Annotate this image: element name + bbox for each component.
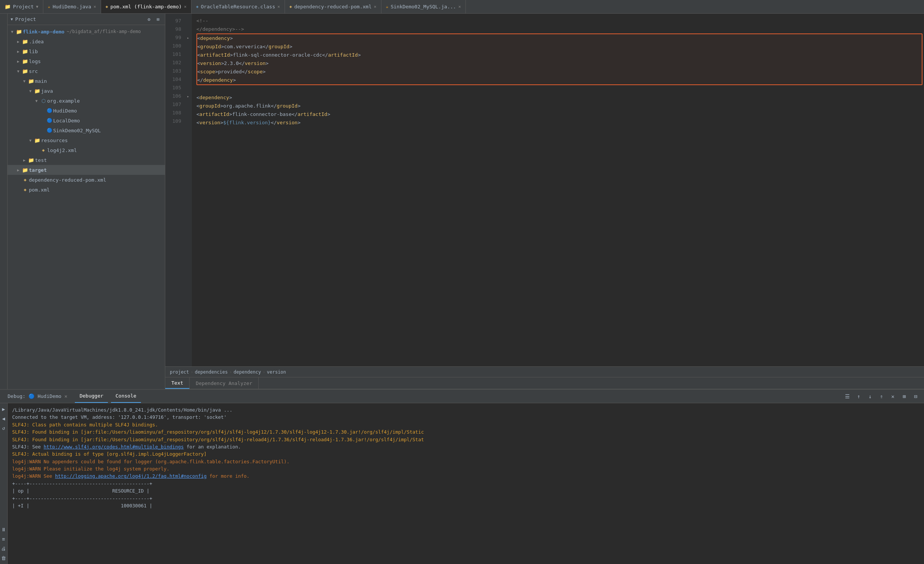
tab-close-hudidemo[interactable]: ✕ — [93, 4, 96, 9]
rail-play[interactable]: ▶ — [2, 406, 5, 412]
code-line-106: <dependency> — [196, 93, 924, 102]
debug-btn-close[interactable]: ✕ — [888, 391, 898, 402]
debug-close[interactable]: ✕ — [65, 393, 68, 399]
debug-btn-up[interactable]: ↑ — [853, 391, 864, 402]
breadcrumb-project[interactable]: project — [170, 369, 189, 375]
hudi-java-icon: 🔵 — [46, 108, 53, 113]
debug-btn-grid[interactable]: ⊞ — [899, 391, 910, 402]
idea-arrow: ▶ — [15, 40, 21, 44]
toolbar-gear[interactable]: ⚙ — [145, 16, 153, 23]
tree-dep-reduced[interactable]: ▶ ◈ dependency-reduced-pom.xml — [8, 175, 165, 185]
gutter-col: ▸ ▸ — [184, 14, 192, 366]
tab-project[interactable]: 📁 Project ▼ — [0, 0, 43, 13]
dep-reduced-icon: ◈ — [21, 177, 29, 182]
tab-close-dep[interactable]: ✕ — [374, 4, 377, 9]
rail-step[interactable]: ≡ — [2, 536, 5, 542]
tab-close-oracle[interactable]: ✕ — [277, 4, 280, 9]
tree-org-example[interactable]: ▼ ⬡ org.example — [8, 96, 165, 106]
tree-pom[interactable]: ▶ ◈ pom.xml — [8, 185, 165, 195]
idea-icon: 📁 — [21, 39, 29, 44]
java-icon-sink: ☕ — [386, 4, 389, 9]
tab-project-arrow: ▼ — [36, 5, 38, 9]
slf4j-link[interactable]: http://www.slf4j.org/codes.html#multiple… — [44, 444, 184, 450]
project-dropdown-icon: ▼ — [11, 17, 13, 21]
main-icon: 📁 — [27, 78, 35, 84]
lib-icon: 📁 — [21, 49, 29, 54]
tab-dep-analyzer[interactable]: Dependency Analyzer — [190, 377, 259, 389]
debug-tab-console[interactable]: Console — [111, 390, 141, 403]
rail-trash[interactable]: 🗑 — [1, 555, 6, 561]
gutter-109 — [184, 117, 192, 125]
gutter-100 — [184, 42, 192, 50]
line-numbers: 97 98 99 100 101 102 103 104 105 106 107… — [165, 14, 184, 366]
debug-btn-down[interactable]: ↓ — [865, 391, 875, 402]
debug-session-icon: 🔵 — [28, 393, 35, 399]
log4j-link[interactable]: http://logging.apache.org/log4j/1.2/faq.… — [55, 473, 207, 479]
line-104: 104 — [165, 75, 181, 84]
src-icon: 📁 — [21, 68, 29, 74]
line-103: 103 — [165, 67, 181, 75]
tab-dep-reduced[interactable]: ◈ dependency-reduced-pom.xml ✕ — [285, 0, 381, 13]
tree-hudidemo[interactable]: ▶ 🔵 HudiDemo — [8, 106, 165, 116]
tree-test[interactable]: ▶ 📁 test — [8, 155, 165, 165]
tree-logs[interactable]: ▶ 📁 logs — [8, 56, 165, 66]
logs-label: logs — [29, 59, 41, 64]
tree-lib[interactable]: ▶ 📁 lib — [8, 46, 165, 56]
tree-java[interactable]: ▼ 📁 java — [8, 86, 165, 96]
rail-stop[interactable]: ◀ — [2, 416, 5, 421]
lib-label: lib — [29, 49, 38, 54]
tree-log4j2[interactable]: ▶ ◈ log4j2.xml — [8, 145, 165, 155]
tab-pom-xml[interactable]: ◈ pom.xml (flink-amp-demo) ✕ — [101, 0, 191, 13]
breadcrumb-version[interactable]: version — [267, 369, 286, 375]
breadcrumb-sep-2: › — [229, 369, 232, 375]
tab-text[interactable]: Text — [165, 377, 190, 389]
editor-area: 97 98 99 100 101 102 103 104 105 106 107… — [165, 14, 924, 389]
line-97: 97 — [165, 17, 181, 25]
breadcrumb-sep-1: › — [191, 369, 193, 375]
rail-pause[interactable]: ⏸ — [1, 527, 6, 532]
breadcrumb-dependency[interactable]: dependency — [234, 369, 261, 375]
console-line-9: log4j:WARN See http://logging.apache.org… — [12, 472, 919, 480]
breakpoint-99: ▸ — [187, 36, 189, 40]
code-line-105 — [196, 85, 924, 93]
tab-hudidemo[interactable]: ☕ HudiDemo.java ✕ — [43, 0, 101, 13]
tab-oracle[interactable]: ◈ OracleTableResource.class ✕ — [191, 0, 285, 13]
project-icon: 📁 — [5, 4, 11, 10]
root-path: ~/bigdata_af/flink-amp-demo — [67, 29, 141, 34]
tree-idea[interactable]: ▶ 📁 .idea — [8, 36, 165, 46]
tree-resources[interactable]: ▼ 📁 resources — [8, 135, 165, 145]
code-area[interactable]: <!-- </dependency>--> <dependency> — [192, 14, 924, 366]
tree-localdemo[interactable]: ▶ 🔵 LocalDemo — [8, 116, 165, 125]
tab-close-sink[interactable]: ✕ — [458, 4, 461, 9]
rail-restart[interactable]: ↺ — [2, 425, 5, 431]
tab-sinkdemo[interactable]: ☕ SinkDemo02_MySQL.ja... ✕ — [381, 0, 466, 13]
code-line-104: </dependency> — [197, 76, 922, 84]
tree-sinkdemo02[interactable]: ▶ 🔵 SinkDemo02_MySQL — [8, 125, 165, 135]
gutter-106: ▸ — [184, 92, 192, 100]
tree-src[interactable]: ▼ 📁 src — [8, 66, 165, 76]
tree-main[interactable]: ▼ 📁 main — [8, 76, 165, 86]
debug-btn-up2[interactable]: ⇑ — [876, 391, 887, 402]
src-arrow: ▼ — [15, 69, 21, 73]
debug-tab-debugger[interactable]: Debugger — [75, 390, 108, 403]
toolbar-expand[interactable]: ⊞ — [154, 16, 162, 23]
breadcrumb-dependencies[interactable]: dependencies — [195, 369, 228, 375]
tab-close-pom[interactable]: ✕ — [184, 4, 187, 9]
log4j-xml-icon: ◈ — [40, 147, 47, 153]
debug-panel: Debug: 🔵 HudiDemo ✕ Debugger Console ☰ ↑… — [0, 389, 924, 564]
line-101: 101 — [165, 50, 181, 59]
console-output: /Library/Java/JavaVirtualMachines/jdk1.8… — [8, 403, 924, 564]
debug-btn-minus[interactable]: ⊟ — [910, 391, 921, 402]
line-100: 100 — [165, 42, 181, 50]
tree-target[interactable]: ▶ 📁 target — [8, 165, 165, 175]
console-line-6: SLF4J: Actual binding is of type [org.sl… — [12, 450, 919, 458]
rail-print[interactable]: 🖨 — [1, 546, 6, 551]
console-line-10: +----+----------------------------------… — [12, 480, 919, 487]
test-icon: 📁 — [27, 157, 35, 163]
code-line-99: <dependency> — [197, 34, 922, 43]
main-label: main — [35, 78, 47, 84]
left-rail — [0, 14, 8, 389]
debug-btn-menu[interactable]: ☰ — [842, 391, 853, 402]
tree-root[interactable]: ▼ 📁 flink-amp-demo ~/bigdata_af/flink-am… — [8, 27, 165, 36]
fold-106[interactable]: ▸ — [187, 94, 189, 98]
